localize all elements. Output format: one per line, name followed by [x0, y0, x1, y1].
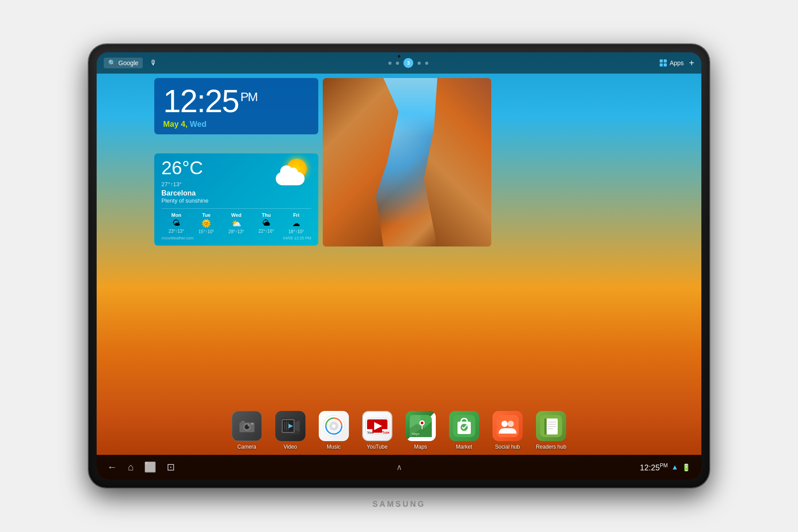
market-label: Market: [456, 444, 472, 450]
dot-5: [425, 62, 428, 65]
app-dock: Camera: [97, 406, 701, 455]
nav-center: ∧: [302, 462, 497, 472]
app-maps[interactable]: Maps Maps: [406, 411, 436, 450]
svg-point-18: [332, 424, 336, 428]
clock-widget[interactable]: 12:25PM May 4, Wed: [154, 78, 318, 134]
app-readers-hub[interactable]: Readers hub: [536, 411, 567, 450]
svg-point-35: [508, 421, 514, 427]
forecast-wed: Wed ⛅ 28°↑13°: [221, 212, 251, 234]
weather-timestamp: 04/05 12:25 PM: [283, 236, 311, 240]
svg-rect-38: [544, 419, 547, 434]
scroll-up-icon: ∧: [396, 462, 402, 472]
market-icon-img: [449, 411, 479, 441]
recent-apps-button[interactable]: ⬜: [144, 462, 156, 473]
forecast-thu-icon: 🌥: [251, 219, 282, 228]
social-hub-icon-img: [493, 411, 523, 441]
svg-point-4: [247, 425, 249, 426]
add-widget-button[interactable]: +: [689, 58, 694, 68]
forecast-mon-temps: 23°↑13°: [161, 229, 192, 234]
camera-label: Camera: [237, 444, 256, 450]
clock-time-value: 12:25: [163, 83, 239, 119]
svg-point-28: [421, 422, 423, 424]
search-bar[interactable]: 🔍 Google: [104, 58, 143, 68]
svg-rect-33: [497, 415, 519, 437]
forecast-wed-temps: 28°↑13°: [221, 229, 251, 234]
forecast-mon-icon: 🌤: [161, 219, 192, 228]
weather-forecast: Mon 🌤 23°↑13° Tue 🌞 15°↑10° Wed: [161, 208, 311, 234]
google-label: Google: [118, 59, 138, 66]
weather-hi-lo: 27°↑13°: [161, 181, 203, 188]
nav-bar: ← ⌂ ⬜ ⊡ ∧ 12:25PM ▲ 🔋: [97, 455, 701, 480]
apps-label: Apps: [669, 59, 684, 66]
svg-text:You: You: [367, 430, 374, 434]
weather-widget[interactable]: 26°C 27°↑13° Barcelona Plenty of sunshin…: [154, 153, 318, 246]
forecast-wed-name: Wed: [221, 212, 251, 218]
apps-grid-icon: [660, 59, 667, 66]
app-youtube[interactable]: You Tube YouTube: [362, 411, 392, 450]
page-wrapper: 🔍 Google 🎙 3: [0, 0, 798, 532]
video-icon-img: [275, 411, 305, 441]
clock-period: PM: [240, 90, 257, 104]
app-market[interactable]: Market: [449, 411, 479, 450]
forecast-tue-name: Tue: [192, 212, 222, 218]
readers-hub-icon-img: [536, 411, 566, 441]
dot-3-active[interactable]: 3: [403, 58, 413, 68]
app-camera[interactable]: Camera: [232, 411, 262, 450]
youtube-icon-img: You Tube: [362, 411, 392, 441]
battery-icon: 🔋: [682, 463, 691, 472]
clock-time-display: 12:25PM: [163, 85, 309, 117]
forecast-mon-name: Mon: [161, 212, 192, 218]
tablet-inner: 🔍 Google 🎙 3: [97, 52, 701, 480]
music-icon-img: [319, 411, 349, 441]
canyon-photo: [323, 78, 491, 246]
top-bar-dots: 3: [157, 58, 660, 68]
forecast-thu: Thu 🌥 22°↑16°: [251, 212, 282, 234]
music-label: Music: [327, 444, 340, 450]
maps-icon-img: Maps: [406, 411, 436, 441]
nav-right: 12:25PM ▲ 🔋: [496, 462, 691, 473]
search-icon: 🔍: [108, 59, 116, 66]
samsung-logo: SAMSUNG: [372, 500, 426, 509]
home-button[interactable]: ⌂: [128, 462, 133, 473]
forecast-thu-name: Thu: [251, 212, 282, 218]
svg-text:Tube: Tube: [382, 430, 389, 434]
svg-point-6: [251, 423, 253, 425]
screenshot-button[interactable]: ⊡: [167, 462, 175, 473]
dot-1: [388, 62, 391, 65]
widgets-area: 12:25PM May 4, Wed 26°C 27°↑13°: [97, 74, 701, 426]
app-music[interactable]: Music: [319, 411, 349, 450]
svg-text:Maps: Maps: [412, 432, 420, 436]
mic-icon[interactable]: 🎙: [150, 59, 157, 67]
canyon-rock-left: [323, 78, 399, 246]
screen: 🔍 Google 🎙 3: [97, 52, 701, 480]
top-bar-right: Apps +: [660, 58, 694, 68]
social-hub-label: Social hub: [495, 444, 520, 450]
back-button[interactable]: ←: [107, 462, 117, 473]
weather-footer: AccuWeather.com 04/05 12:25 PM: [161, 236, 311, 240]
accuweather-credit: AccuWeather.com: [161, 236, 194, 240]
forecast-thu-temps: 22°↑16°: [251, 229, 282, 234]
forecast-mon: Mon 🌤 23°↑13°: [161, 212, 192, 234]
clock-month-day: May 4,: [163, 120, 188, 129]
youtube-label: YouTube: [367, 444, 387, 450]
apps-button[interactable]: Apps: [660, 59, 684, 66]
nav-period: PM: [660, 462, 668, 469]
camera-icon-img: [232, 411, 262, 441]
forecast-fri-temps: 18°↑10°: [281, 229, 311, 234]
photo-widget[interactable]: [323, 78, 491, 246]
forecast-fri-icon: ☁: [281, 219, 311, 228]
svg-marker-13: [295, 420, 300, 432]
readers-hub-label: Readers hub: [536, 444, 567, 450]
forecast-wed-icon: ⛅: [221, 219, 251, 228]
svg-point-34: [501, 421, 508, 427]
weather-description: Plenty of sunshine: [161, 197, 311, 204]
nav-time-value: 12:25: [640, 463, 660, 472]
app-social-hub[interactable]: Social hub: [493, 411, 523, 450]
video-label: Video: [283, 444, 297, 450]
nav-left: ← ⌂ ⬜ ⊡: [107, 462, 302, 473]
svg-rect-5: [241, 421, 245, 423]
nav-time-display: 12:25PM: [640, 462, 668, 473]
weather-temperature: 26°C: [161, 159, 203, 177]
weather-left: 26°C 27°↑13°: [161, 159, 203, 188]
app-video[interactable]: Video: [275, 411, 305, 450]
